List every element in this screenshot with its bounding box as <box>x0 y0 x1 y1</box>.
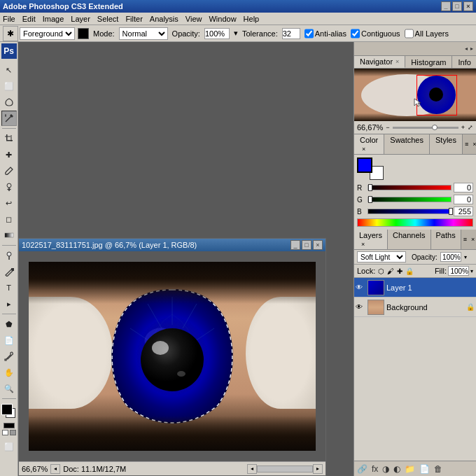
zoom-slider[interactable] <box>393 127 458 129</box>
opacity-value-input[interactable] <box>440 252 461 262</box>
layers-menu-button[interactable]: ≡ <box>461 236 469 243</box>
tab-paths[interactable]: Paths <box>431 230 461 249</box>
tab-histogram[interactable]: Histogram <box>405 56 452 68</box>
layer-row[interactable]: 👁 Layer 1 <box>354 278 476 298</box>
clone-stamp-tool[interactable] <box>1 179 17 195</box>
r-slider[interactable] <box>368 185 451 190</box>
menu-edit[interactable]: Edit <box>22 15 36 23</box>
dodge-tool[interactable] <box>1 248 17 263</box>
b-slider[interactable] <box>368 209 451 214</box>
magic-wand-tool[interactable] <box>1 111 17 126</box>
layer-group-icon[interactable]: 📁 <box>405 464 415 474</box>
b-value-input[interactable] <box>454 206 473 216</box>
tool-icon[interactable]: ✱ <box>3 26 18 41</box>
tab-info[interactable]: Info <box>452 56 476 68</box>
r-slider-thumb[interactable] <box>368 184 372 191</box>
color-spectrum-ramp[interactable] <box>357 218 473 227</box>
edit-standard-mode[interactable] <box>10 430 16 435</box>
zoom-slider-thumb[interactable] <box>432 125 438 130</box>
fill-value-input[interactable] <box>448 266 469 276</box>
b-slider-thumb[interactable] <box>449 208 453 215</box>
tab-channels[interactable]: Channels <box>388 230 430 249</box>
foreground-color-swatch[interactable] <box>78 28 89 39</box>
r-value-input[interactable] <box>454 183 473 192</box>
menu-filter[interactable]: Filter <box>125 15 142 23</box>
layers-tab-close[interactable]: × <box>361 241 365 248</box>
scroll-left-button[interactable]: ◂ <box>247 464 257 474</box>
menu-select[interactable]: Select <box>97 15 119 23</box>
zoom-out-icon[interactable]: − <box>386 124 389 131</box>
minimize-button[interactable]: _ <box>441 1 451 11</box>
doc-minimize[interactable]: _ <box>290 240 300 250</box>
close-button[interactable]: × <box>463 1 473 11</box>
nav-tab-close[interactable]: × <box>396 58 399 65</box>
color-tab-close[interactable]: × <box>362 146 365 153</box>
new-layer-icon[interactable]: 📄 <box>419 464 430 474</box>
standard-colors[interactable] <box>4 423 15 428</box>
mode-select[interactable]: Normal <box>119 27 168 40</box>
layer-row[interactable]: 👁 Background 🔒 <box>354 298 476 317</box>
lasso-tool[interactable] <box>1 94 17 110</box>
lock-position-icon[interactable]: ✚ <box>397 267 402 275</box>
brush-tool[interactable] <box>1 163 17 178</box>
path-selection-tool[interactable]: ▸ <box>1 296 17 312</box>
opacity-arrow[interactable]: ▾ <box>234 29 238 38</box>
menu-image[interactable]: Image <box>43 15 64 23</box>
menu-window[interactable]: Window <box>209 15 236 23</box>
scroll-right-button[interactable]: ▸ <box>313 464 323 474</box>
tolerance-input[interactable] <box>282 28 300 39</box>
status-arrow-left[interactable]: ◂ <box>50 464 60 474</box>
horizontal-scrollbar[interactable] <box>257 465 313 472</box>
anti-alias-checkbox[interactable] <box>304 27 314 40</box>
all-layers-checkbox[interactable] <box>405 27 414 40</box>
pen-tool[interactable] <box>1 264 17 279</box>
layer-fx-icon[interactable]: fx <box>372 464 378 474</box>
menu-layer[interactable]: Layer <box>71 15 90 23</box>
layer-visibility-icon[interactable]: 👁 <box>356 303 365 311</box>
tab-swatches[interactable]: Swatches <box>384 134 430 154</box>
doc-close[interactable]: × <box>313 240 323 250</box>
menu-help[interactable]: Help <box>244 15 260 23</box>
delete-layer-icon[interactable]: 🗑 <box>434 464 442 474</box>
nav-options-icon[interactable]: ⤢ <box>468 124 473 131</box>
type-tool[interactable]: T <box>1 280 17 295</box>
foreground-color-box[interactable] <box>357 158 372 173</box>
screen-mode-button[interactable]: ⬜ <box>1 439 17 454</box>
doc-maximize[interactable]: □ <box>302 240 312 250</box>
tab-color[interactable]: Color × <box>354 134 384 154</box>
quick-mask-mode[interactable] <box>2 430 8 435</box>
layers-close-button[interactable]: × <box>469 236 476 243</box>
tab-layers[interactable]: Layers × <box>354 230 388 249</box>
layer-visibility-icon[interactable]: 👁 <box>356 284 365 291</box>
hand-tool[interactable]: ✋ <box>1 365 17 380</box>
zoom-tool[interactable]: 🔍 <box>1 381 17 396</box>
lock-transparent-icon[interactable]: ⬡ <box>378 267 384 275</box>
opacity-arrow-icon[interactable]: ▾ <box>464 254 467 260</box>
tool-select[interactable]: Foreground <box>20 27 75 40</box>
lock-all-icon[interactable]: 🔒 <box>405 267 414 275</box>
gradient-tool[interactable] <box>1 227 17 243</box>
opacity-input[interactable] <box>204 28 230 39</box>
fill-arrow-icon[interactable]: ▾ <box>470 268 473 274</box>
g-slider[interactable] <box>368 197 451 202</box>
tab-navigator[interactable]: Navigator × <box>354 56 405 68</box>
menu-analysis[interactable]: Analysis <box>150 15 178 23</box>
color-menu-button[interactable]: ≡ <box>463 141 470 148</box>
eyedropper-tool[interactable] <box>1 349 17 364</box>
blend-mode-select[interactable]: Soft Light <box>357 251 406 262</box>
shape-tool[interactable]: ⬟ <box>1 316 17 332</box>
maximize-button[interactable]: □ <box>452 1 462 11</box>
history-brush-tool[interactable]: ↩ <box>1 195 17 211</box>
crop-tool[interactable] <box>1 131 17 146</box>
marquee-tool[interactable]: ⬜ <box>1 78 17 94</box>
layer-link-icon[interactable]: 🔗 <box>357 464 368 474</box>
contiguous-checkbox[interactable] <box>351 27 360 40</box>
eraser-tool[interactable]: ◻ <box>1 211 17 227</box>
g-slider-thumb[interactable] <box>368 196 372 203</box>
notes-tool[interactable]: 📄 <box>1 332 17 348</box>
move-tool[interactable]: ↖ <box>1 62 17 78</box>
foreground-swatch[interactable] <box>1 404 13 415</box>
panel-collapse-right[interactable]: ▸ <box>469 46 475 52</box>
menu-view[interactable]: View <box>186 15 202 23</box>
panel-collapse-left[interactable]: ◂ <box>463 46 469 52</box>
